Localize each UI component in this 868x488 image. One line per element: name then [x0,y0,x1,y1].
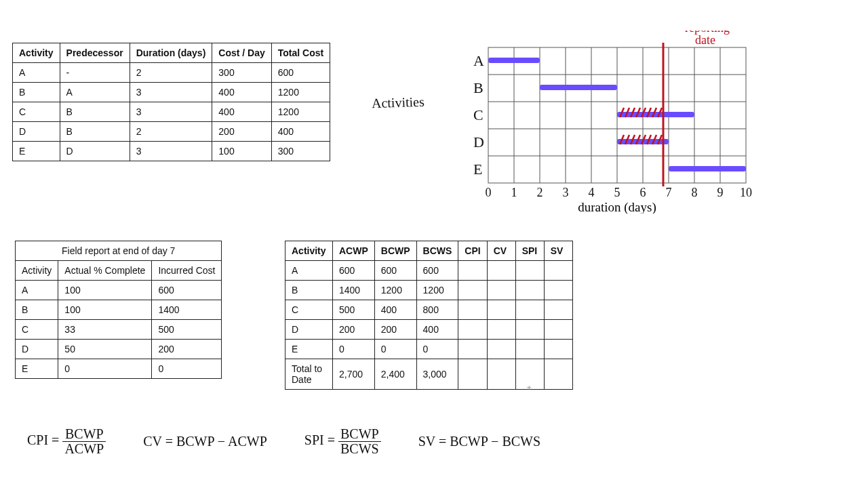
svg-rect-14 [488,58,540,63]
svg-text:5: 5 [614,186,620,199]
svg-text:C: C [473,106,484,123]
svg-text:2: 2 [537,186,543,199]
svg-text:7: 7 [666,186,672,199]
svg-text:1: 1 [511,186,517,199]
svg-text:8: 8 [692,186,698,199]
activities-label: Activities [372,94,425,112]
svg-text:A: A [473,52,484,69]
table-header-row: Activity Predecessor Duration (days) Cos… [13,43,330,63]
table-row: A600600600 [285,261,573,281]
table-row: B140012001200 [285,281,573,300]
formula-cv: CV = BCWP − ACWP [143,434,267,449]
svg-rect-15 [540,85,617,90]
table-header-row: Activity Actual % Complete Incurred Cost [16,261,222,281]
svg-rect-18 [669,166,746,171]
formulas: CPI = BCWPACWP CV = BCWP − ACWP SPI = BC… [27,427,540,456]
earned-value-table: Activity ACWP BCWP BCWS CPI CV SPI SV A6… [285,241,573,390]
table-row: C500400800 [285,300,573,320]
svg-text:4: 4 [589,186,595,199]
svg-text:9: 9 [717,186,724,199]
table-row: A-2300600 [13,63,330,83]
table-row: E00 [16,359,222,379]
svg-text:0: 0 [486,186,492,199]
field-report-title: Field report at end of day 7 [16,241,222,261]
formula-cpi: CPI = BCWPACWP [27,427,106,456]
formula-sv: SV = BCWP − BCWS [418,434,540,449]
reporting-date-label: reportingdate [685,30,730,47]
table-row: E000 [285,340,573,359]
cursor-icon: ⁺ [526,383,532,396]
gantt-chart: A B C D E 0 1 2 3 4 5 6 7 8 9 10 duratio… [448,30,760,214]
col-activity: Activity [13,43,60,63]
col-predecessor: Predecessor [60,43,130,63]
svg-text:3: 3 [563,186,569,199]
svg-text:6: 6 [640,186,646,199]
svg-text:B: B [473,79,484,96]
col-total-cost: Total Cost [271,43,330,63]
field-report-table: Field report at end of day 7 Activity Ac… [15,241,222,379]
x-axis-label: duration (days) [578,200,656,214]
table-row: D50200 [16,340,222,359]
row-labels: A B C D E [473,52,484,178]
svg-text:D: D [473,134,484,150]
table-header-row: Activity ACWP BCWP BCWS CPI CV SPI SV [285,241,573,261]
formula-spi: SPI = BCWPBCWS [304,427,381,456]
table-row: CB34001200 [13,102,330,122]
col-duration: Duration (days) [130,43,212,63]
table-row: B1001400 [16,300,222,320]
table-row: D200200400 [285,320,573,340]
svg-rect-16 [617,112,694,117]
table-row: A100600 [16,281,222,300]
table-row: C33500 [16,320,222,340]
svg-text:10: 10 [740,186,752,199]
table-row: ED3100300 [13,142,330,161]
activity-table: Activity Predecessor Duration (days) Cos… [12,43,330,161]
table-row: BA34001200 [13,83,330,102]
x-tick-labels: 0 1 2 3 4 5 6 7 8 9 10 [486,186,753,199]
svg-text:E: E [473,161,482,178]
table-row: DB2200400 [13,122,330,142]
col-cost-day: Cost / Day [212,43,271,63]
